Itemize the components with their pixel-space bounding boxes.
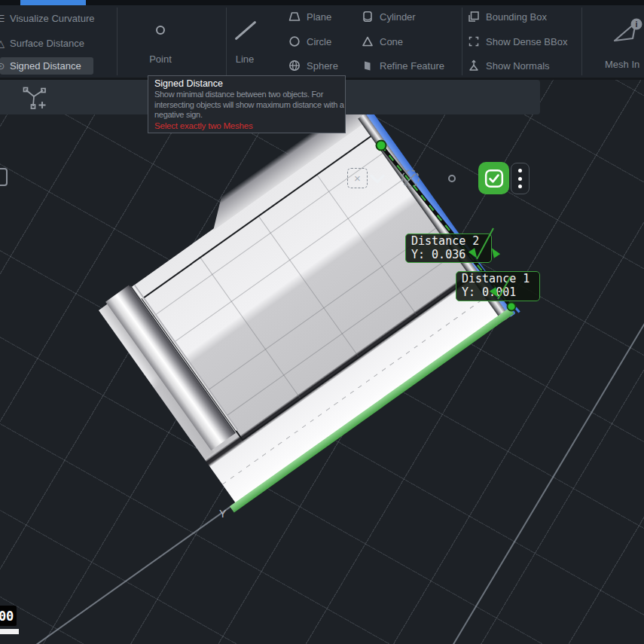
show-normals-icon (467, 59, 481, 72)
svg-text:i: i (635, 20, 637, 29)
sphere-icon (288, 59, 301, 72)
signed-distance-icon: ⊙ (0, 60, 7, 72)
app-window: Y Dis (0, 0, 644, 644)
measurement-label-distance-2: Distance 2 Y: 0.036 (405, 233, 492, 263)
disabled-filter-icon[interactable] (400, 168, 421, 189)
toolbar-item-cylinder[interactable]: Cylinder (380, 11, 416, 23)
close-icon: × (354, 172, 361, 185)
tooltip-warning: Select exactly two Meshes (154, 121, 339, 131)
bounding-box-icon (467, 10, 481, 23)
dense-bbox-icon (467, 35, 481, 48)
clear-selection-button[interactable]: × (347, 168, 368, 188)
curvature-icon: ∈ (0, 12, 7, 24)
toolbar-item-visualize-curvature[interactable]: Visualize Curvature (10, 13, 94, 24)
toolbar-item-mesh-inspector[interactable]: Mesh In (605, 59, 644, 70)
toolbar-item-show-normals[interactable]: Show Normals (486, 60, 550, 72)
toolbar-item-surface-distance[interactable]: Surface Distance (10, 38, 84, 49)
toolbar-item-cone[interactable]: Cone (380, 36, 403, 47)
cylinder-icon (361, 10, 374, 23)
check-icon (484, 169, 504, 188)
scale-readout: 100 (0, 606, 17, 626)
toolbar-item-circle[interactable]: Circle (307, 36, 331, 47)
point-size-dot-icon[interactable] (448, 175, 456, 182)
toolbar-item-plane[interactable]: Plane (307, 11, 331, 23)
confirm-button[interactable] (478, 162, 509, 194)
transform-axes-icon[interactable] (20, 84, 49, 112)
chevron-down-icon[interactable] (368, 174, 386, 185)
measurement-title: Distance 1 (462, 273, 534, 286)
toolbar-item-line[interactable]: Line (222, 53, 267, 65)
main-toolbar: ∈ Visualize Curvature △ Surface Distance… (0, 5, 644, 80)
signed-distance-tooltip: Signed Distance Show minimal distance be… (148, 75, 346, 133)
more-options-button[interactable] (511, 163, 530, 194)
tooltip-body-line: intersecting objects will show maximum d… (154, 100, 339, 111)
refine-feature-icon (361, 59, 374, 72)
circle-icon (288, 35, 301, 48)
active-tab-indicator[interactable] (20, 0, 86, 5)
plane-icon (288, 10, 301, 23)
toolbar-item-show-dense-bbox[interactable]: Show Dense BBox (486, 36, 567, 47)
surface-distance-icon: △ (0, 37, 7, 49)
measurement-label-distance-1: Distance 1 Y: 0.001 (456, 271, 540, 301)
toolbar-item-signed-distance[interactable]: Signed Distance (10, 60, 81, 72)
measurement-value: Y: 0.001 (462, 286, 534, 300)
measurement-title: Distance 2 (411, 235, 486, 249)
clipped-tool-icon[interactable] (0, 168, 8, 186)
toolbar-item-sphere[interactable]: Sphere (307, 60, 338, 72)
toolbar-item-refine-feature[interactable]: Refine Feature (380, 60, 444, 72)
kebab-menu-icon (518, 169, 522, 172)
cone-icon (361, 35, 374, 48)
point-icon (156, 26, 165, 35)
tooltip-title: Signed Distance (154, 78, 339, 89)
toolbar-item-point[interactable]: Point (138, 53, 183, 65)
line-icon (234, 21, 256, 41)
toolbar-item-bounding-box[interactable]: Bounding Box (486, 11, 547, 23)
window-top-bar (0, 0, 644, 5)
measurement-value: Y: 0.036 (411, 249, 486, 262)
tooltip-body-line: Show minimal distance between two object… (154, 90, 339, 100)
mesh-inspector-icon: i (610, 16, 644, 46)
scale-bar (0, 629, 19, 634)
y-axis-label: Y (219, 508, 226, 520)
tooltip-body-line: negative sign. (154, 110, 339, 121)
